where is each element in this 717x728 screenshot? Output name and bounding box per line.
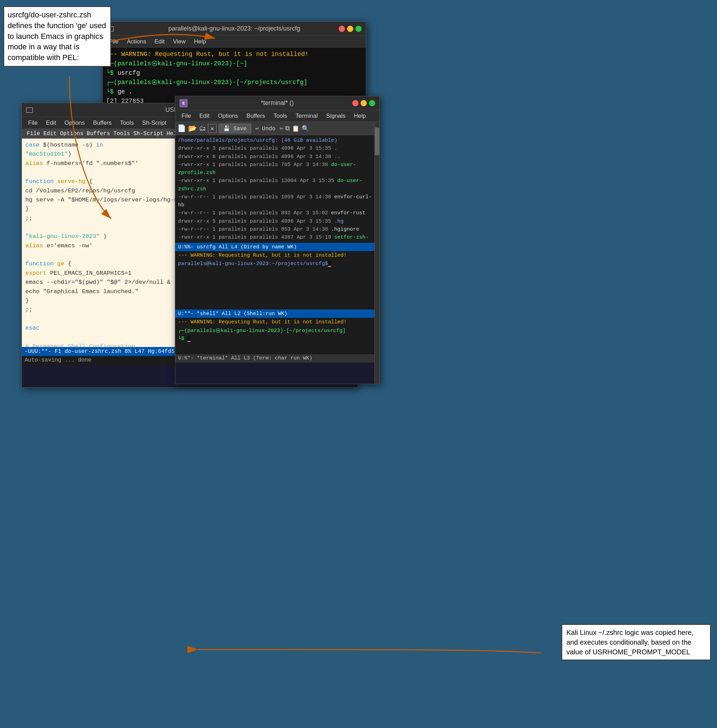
dired-file-3: -rwxr-xr-x 1 parallels parallels 785 Apr… [178, 161, 377, 177]
window-controls[interactable] [339, 26, 362, 32]
emacs-menu-edit[interactable]: Edit [42, 118, 59, 128]
top-terminal-titlebar: parallels@kali-gnu-linux-2023: ~/project… [103, 22, 366, 36]
et-menu-tools[interactable]: Tools [270, 111, 291, 121]
annotation-bottom-right: Kali Linux ~/.zshrc logic was copied her… [561, 624, 711, 660]
menu-actions[interactable]: Actions [123, 37, 150, 47]
scrollbar-thumb[interactable] [375, 127, 379, 155]
emacs-menu-options[interactable]: Options [61, 118, 88, 128]
emacs-menu-file[interactable]: File [24, 118, 41, 128]
emacs-menu-sh-script[interactable]: Sh-Script [139, 118, 170, 128]
dired-file-1: drwxr-xr-x 3 parallels parallels 4096 Ap… [178, 144, 377, 153]
top-terminal-menu: File Actions Edit View Help [103, 36, 366, 47]
et-close-btn[interactable] [352, 100, 358, 106]
tb-copy-icon[interactable]: ⧉ [285, 125, 290, 132]
tb-cut-icon[interactable]: ✂ [280, 125, 284, 132]
emacs-terminal-title: *terminal* () [261, 99, 294, 107]
et-menu-signals[interactable]: Signals [323, 111, 349, 121]
dired-file-4: -rwxr-xr-x 1 parallels parallels 13004 A… [178, 177, 377, 193]
shell-section-spacer [175, 268, 379, 309]
emacs-terminal-controls[interactable] [352, 100, 375, 106]
dired-file-6: -rw-r--r-- 1 parallels parallels 892 Apr… [178, 209, 377, 217]
prompt-line-2: ┌─(parallels㉿kali-gnu-linux-2023)-[~/pro… [106, 78, 362, 87]
tb-folder-icon[interactable]: 🗂 [199, 124, 206, 133]
et-menu-buffers[interactable]: Buffers [243, 111, 268, 121]
tb-new-icon[interactable]: 📄 [177, 124, 186, 133]
tb-undo-icon[interactable]: ↩ Undo [253, 124, 278, 133]
dired-file-8: -rw-r--r-- 1 parallels parallels 853 Apr… [178, 225, 377, 233]
close-button[interactable] [339, 26, 345, 32]
dired-warning: --- WARNING: Requesting Rust, but it is … [175, 251, 379, 260]
warning-line: --- WARNING: Requesting Rust, but it is … [106, 50, 362, 59]
et-minimize-btn[interactable] [361, 100, 367, 106]
emacs-app-icon: ε [179, 99, 188, 107]
et-menu-terminal[interactable]: Terminal [292, 111, 321, 121]
dired-buffer-content: /home/parallels/projects/usrcfg: (46 GiB… [175, 135, 379, 243]
dired-file-2: drwxr-xr-x 6 parallels parallels 4096 Ap… [178, 153, 377, 161]
scrollbar[interactable] [374, 124, 379, 384]
emacs-terminal-titlebar: ε *terminal* () [175, 96, 379, 110]
tb-search-icon[interactable]: 🔍 [302, 125, 309, 132]
dired-status-line: U:%%- usrcfg All L4 (Dired by name WK) [175, 243, 379, 251]
annotation-top-left: usrcfg/do-user-zshrc.zsh defines the fun… [3, 6, 111, 67]
shell-status-line: U:**- *shell* All L2 (Shell:run WK) [175, 309, 379, 318]
cmd-usrcfg: └$ usrcfg [106, 69, 362, 78]
emacs-menu-tools[interactable]: Tools [117, 118, 137, 128]
shell-prompt-area: ┌─(parallels㉿kali-gnu-linux-2023)-[~/pro… [175, 326, 379, 344]
et-maximize-btn[interactable] [369, 100, 375, 106]
shell-warning: --- WARNING: Requesting Rust, but it is … [175, 318, 379, 326]
menu-view[interactable]: View [169, 37, 189, 47]
emacs-terminal-window: ε *terminal* () File Edit Options Buffer… [175, 96, 380, 384]
cmd-ge: └$ ge . [106, 87, 362, 96]
minimize-button[interactable] [347, 26, 353, 32]
emacs-terminal-toolbar: 📄 📂 🗂 ✕ 💾 Save ↩ Undo ✂ ⧉ 📋 🔍 [175, 122, 379, 135]
terminal-status-line: U:%*- *terminal* All L3 (Term: char run … [175, 354, 379, 362]
menu-help[interactable]: Help [191, 37, 210, 47]
maximize-button[interactable] [355, 26, 362, 32]
tb-open-icon[interactable]: 📂 [188, 124, 197, 133]
top-terminal-title: parallels@kali-gnu-linux-2023: ~/project… [168, 25, 300, 32]
emacs-inner-file[interactable]: File Edit Options Buffers Tools Sh-Scrip… [24, 130, 183, 138]
dired-file-7: drwxr-xr-x 5 parallels parallels 4096 Ap… [178, 217, 377, 225]
emacs-terminal-menu: File Edit Options Buffers Tools Terminal… [175, 110, 379, 122]
tb-paste-icon[interactable]: 📋 [292, 125, 299, 132]
emacs-window-icon [26, 107, 33, 113]
dired-file-9: -rwxr-xr-x 1 parallels parallels 4387 Ap… [178, 233, 377, 243]
tb-save-btn[interactable]: 💾 Save [219, 124, 251, 133]
et-menu-edit[interactable]: Edit [196, 111, 213, 121]
et-menu-file[interactable]: File [178, 111, 194, 121]
prompt-line-1: ┌─(parallels㉿kali-gnu-linux-2023)-[~] [106, 59, 362, 69]
emacs-menu-buffers[interactable]: Buffers [90, 118, 115, 128]
menu-edit[interactable]: Edit [151, 37, 168, 47]
dired-file-5: -rw-r--r-- 1 parallels parallels 1059 Ap… [178, 193, 377, 210]
et-menu-options[interactable]: Options [215, 111, 242, 121]
tb-close-icon[interactable]: ✕ [208, 124, 217, 133]
dired-prompt: parallels@kali-gnu-linux-2023:~/projects… [175, 260, 379, 268]
terminal-section-spacer [175, 344, 379, 354]
et-menu-help[interactable]: Help [351, 111, 369, 121]
dired-header: /home/parallels/projects/usrcfg: (46 GiB… [178, 136, 377, 144]
